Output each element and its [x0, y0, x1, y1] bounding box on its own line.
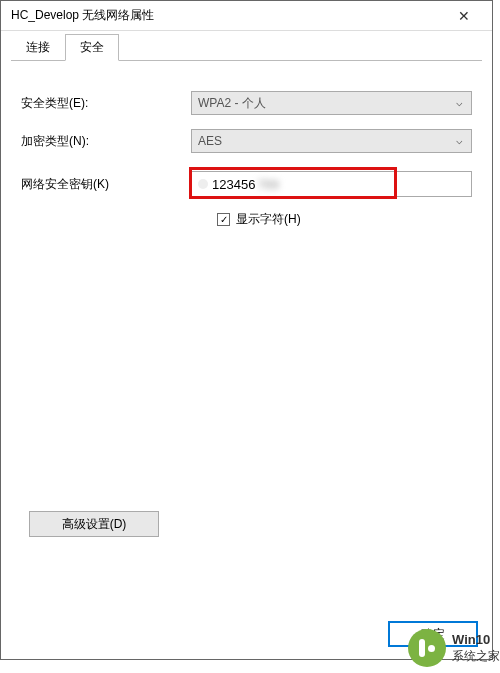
window-title: HC_Develop 无线网络属性	[11, 7, 154, 24]
watermark-line1: Win10	[452, 632, 500, 649]
tab-security[interactable]: 安全	[65, 34, 119, 61]
tab-security-label: 安全	[80, 40, 104, 54]
watermark-logo	[408, 629, 446, 667]
advanced-settings-button[interactable]: 高级设置(D)	[29, 511, 159, 537]
tab-connect[interactable]: 连接	[11, 34, 65, 61]
encryption-type-row: 加密类型(N): AES	[21, 129, 472, 153]
encryption-type-select[interactable]: AES	[191, 129, 472, 153]
show-chars-row: ✓ 显示字符(H)	[217, 211, 472, 228]
network-key-control: 123456789	[191, 171, 472, 197]
watermark-dot-icon	[428, 645, 435, 652]
security-type-select[interactable]: WPA2 - 个人	[191, 91, 472, 115]
advanced-label: 高级设置(D)	[62, 516, 127, 533]
encryption-type-value: AES	[198, 134, 222, 148]
encryption-type-control: AES	[191, 129, 472, 153]
network-key-input[interactable]: 123456789	[191, 171, 472, 197]
security-type-label: 安全类型(E):	[21, 95, 191, 112]
network-key-label: 网络安全密钥(K)	[21, 176, 191, 193]
dialog-window: HC_Develop 无线网络属性 ✕ 连接 安全 安全类型(E): WPA2 …	[0, 0, 493, 660]
show-chars-checkbox[interactable]: ✓	[217, 213, 230, 226]
tabs: 连接 安全	[11, 37, 482, 61]
security-type-value: WPA2 - 个人	[198, 95, 266, 112]
watermark: Win10 系统之家	[408, 629, 500, 667]
titlebar: HC_Develop 无线网络属性 ✕	[1, 1, 492, 31]
security-type-control: WPA2 - 个人	[191, 91, 472, 115]
network-key-value: 123456	[212, 177, 255, 192]
content-panel: 安全类型(E): WPA2 - 个人 加密类型(N): AES 网络安全密钥(K…	[1, 61, 492, 619]
close-button[interactable]: ✕	[444, 2, 484, 30]
network-key-hidden: 789	[257, 177, 279, 192]
key-icon	[198, 179, 208, 189]
watermark-line2: 系统之家	[452, 649, 500, 665]
close-icon: ✕	[458, 8, 470, 24]
encryption-type-label: 加密类型(N):	[21, 133, 191, 150]
watermark-text: Win10 系统之家	[452, 632, 500, 664]
network-key-row: 网络安全密钥(K) 123456789	[21, 171, 472, 197]
watermark-bar-icon	[419, 639, 425, 657]
tab-connect-label: 连接	[26, 40, 50, 54]
tab-region: 连接 安全	[1, 31, 492, 61]
show-chars-label: 显示字符(H)	[236, 211, 301, 228]
check-icon: ✓	[220, 215, 228, 225]
security-type-row: 安全类型(E): WPA2 - 个人	[21, 91, 472, 115]
